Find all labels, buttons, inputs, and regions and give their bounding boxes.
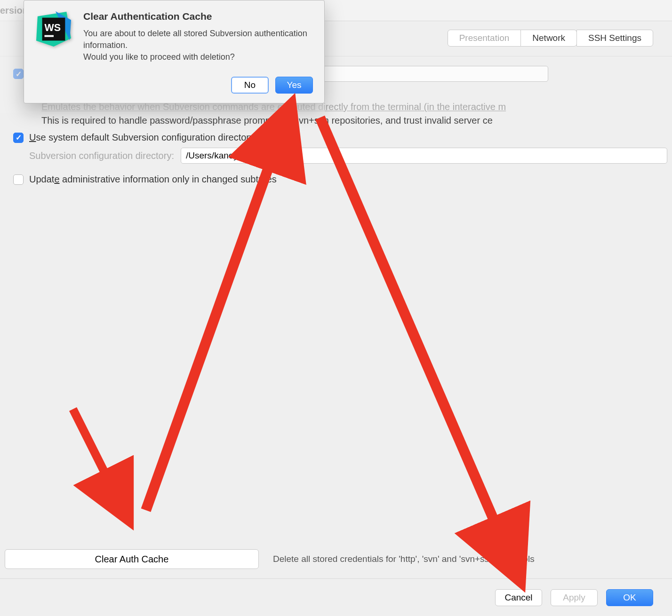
update-admin-checkbox[interactable] (13, 174, 24, 185)
use-command-line-checkbox[interactable] (13, 69, 24, 79)
use-default-config-label: Use system default Subversion configurat… (29, 132, 254, 143)
update-admin-label: Update administrative information only i… (29, 174, 277, 185)
dialog-message-1: You are about to delete all stored Subve… (83, 28, 313, 51)
clear-auth-cache-button[interactable]: Clear Auth Cache (5, 549, 259, 569)
tab-presentation[interactable]: Presentation (448, 30, 521, 47)
required-desc: This is required to handle password/pass… (13, 114, 667, 127)
dialog-yes-button[interactable]: Yes (275, 77, 313, 94)
tab-network[interactable]: Network (520, 30, 577, 47)
svg-text:WS: WS (45, 22, 61, 33)
apply-button[interactable]: Apply (551, 589, 598, 606)
footer: Cancel Apply OK (0, 578, 672, 616)
dialog-title: Clear Authentication Cache (83, 11, 313, 22)
tab-ssh-settings[interactable]: SSH Settings (576, 30, 653, 47)
ok-button[interactable]: OK (606, 589, 653, 606)
webstorm-icon: WS (35, 11, 73, 48)
svg-line-6 (73, 409, 122, 508)
clear-auth-cache-desc: Delete all stored credentials for 'http'… (273, 554, 535, 564)
dialog-no-button[interactable]: No (231, 77, 269, 94)
confirm-dialog: WS Clear Authentication Cache You are ab… (24, 0, 325, 103)
dialog-message-2: Would you like to proceed with deletion? (83, 51, 313, 63)
cancel-button[interactable]: Cancel (495, 589, 542, 606)
use-default-config-checkbox[interactable] (13, 133, 24, 143)
config-dir-label: Subversion configuration directory: (29, 150, 174, 161)
svg-rect-4 (45, 35, 54, 37)
config-dir-input[interactable] (181, 148, 667, 164)
